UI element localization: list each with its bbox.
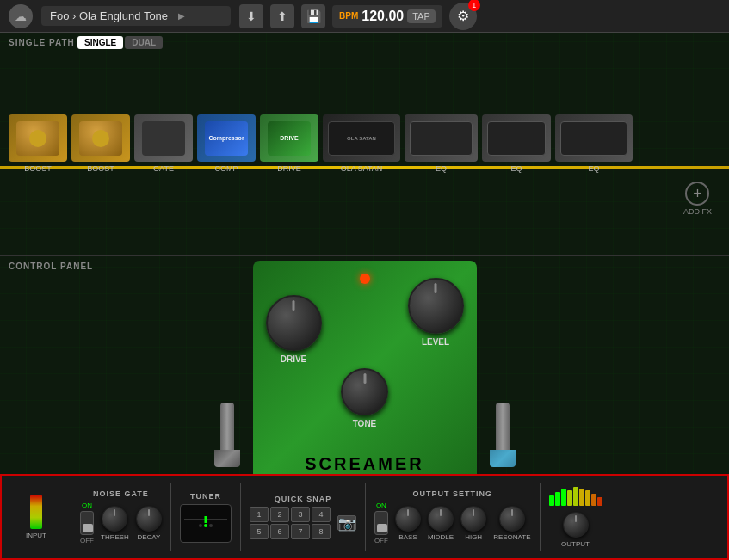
pedal-box-comp: Compressor [197, 114, 256, 162]
add-fx-button[interactable]: + ADD FX [683, 182, 712, 216]
save-button[interactable]: 💾 [301, 4, 325, 28]
snap-btn-8[interactable]: 8 [312, 524, 331, 539]
high-label: HIGH [465, 533, 482, 541]
snap-btn-3[interactable]: 3 [291, 507, 310, 522]
pedal-label-eq-2: EQ [510, 164, 522, 173]
divider-3 [240, 483, 241, 551]
pedal-eq-3[interactable]: EQ [555, 114, 633, 173]
tuner-indicator [204, 516, 207, 523]
cloud-icon[interactable]: ☁ [9, 4, 33, 28]
pedal-eq-1[interactable]: EQ [405, 114, 478, 173]
snap-btn-1[interactable]: 1 [250, 507, 269, 522]
level-knob[interactable] [408, 278, 464, 334]
dual-path-button[interactable]: DUAL [125, 36, 163, 49]
drive-label: DRIVE [281, 354, 307, 364]
output-knob[interactable] [563, 512, 589, 538]
quick-snap-group: QUICK SNAP 1 2 3 4 5 6 7 8 📷 [250, 495, 356, 539]
fx-chain: BOOST BOOST GATE Compressor [9, 114, 633, 173]
pedal-label-drive: DRIVE [277, 164, 301, 173]
divider-5 [540, 483, 541, 551]
main-area: SINGLE PATH SINGLE DUAL BOOST [0, 33, 729, 560]
tuner-display[interactable] [180, 504, 232, 543]
single-path-button[interactable]: SINGLE [77, 36, 123, 49]
drive-knob[interactable] [266, 295, 322, 351]
pedal-comp[interactable]: Compressor COMP [197, 114, 256, 173]
pedal-boost-1[interactable]: BOOST [9, 114, 67, 173]
snap-btn-7[interactable]: 7 [291, 524, 310, 539]
toggle-handle [83, 524, 93, 532]
resonate-label: RESONATE [493, 533, 530, 541]
tap-button[interactable]: TAP [407, 9, 436, 23]
resonate-knob[interactable] [499, 506, 525, 532]
pedal-eq-2[interactable]: EQ [482, 114, 551, 173]
output-setting-controls: ON OFF BASS MIDDLE [374, 502, 531, 545]
snap-btn-4[interactable]: 4 [312, 507, 331, 522]
quick-snap-controls: 1 2 3 4 5 6 7 8 📷 [250, 507, 356, 539]
pedal-box-boost-1 [9, 114, 67, 162]
resonate-knob-col: RESONATE [493, 506, 530, 541]
preset-nav[interactable]: Foo › Ola Englund Tone ▶ [41, 6, 231, 26]
output-vu-meter [549, 487, 602, 506]
settings-badge: 1 [468, 0, 480, 11]
path-buttons: SINGLE DUAL [77, 36, 163, 49]
pedal-box-ola-satan: OLA SATAN [323, 114, 400, 162]
output-toggle[interactable]: ON OFF [374, 502, 388, 545]
share-button[interactable]: ⬆ [270, 4, 294, 28]
top-bar-icons: ⬇ ⬆ 💾 BPM 120.00 TAP ⚙ 1 [239, 3, 477, 30]
cable-right [490, 403, 516, 467]
pedal-drive[interactable]: DRIVE DRIVE [260, 114, 318, 173]
snap-save-icon[interactable]: 📷 [337, 515, 356, 531]
middle-knob[interactable] [428, 506, 454, 532]
download-button[interactable]: ⬇ [239, 4, 263, 28]
bpm-display: BPM 120.00 TAP [332, 5, 442, 28]
drive-knob-container: DRIVE [266, 295, 322, 364]
output-on-label: ON [376, 502, 386, 509]
output-setting-group: OUTPUT SETTING ON OFF BASS [374, 489, 531, 545]
output-section: OUTPUT [549, 487, 602, 548]
toggle-body[interactable] [80, 511, 94, 535]
add-fx-icon: + [685, 182, 709, 206]
pedal-box-eq-2 [482, 114, 551, 162]
decay-label: DECAY [137, 533, 160, 541]
on-label: ON [82, 502, 92, 509]
bass-knob-col: BASS [395, 506, 421, 541]
pedal-led [360, 274, 370, 284]
pedal-name: SCREAMER [305, 454, 423, 474]
main-pedal: DRIVE LEVEL TONE SCREAMER [253, 261, 477, 484]
pedal-label-eq-3: EQ [588, 164, 599, 173]
pedal-ola-satan[interactable]: OLA SATAN OLA SATAN [323, 114, 400, 173]
pedal-boost-2[interactable]: BOOST [71, 114, 130, 173]
output-setting-title: OUTPUT SETTING [412, 489, 492, 498]
middle-label: MIDDLE [428, 533, 454, 541]
output-toggle-body[interactable] [374, 511, 388, 535]
pedal-label-eq-1: EQ [436, 164, 447, 173]
middle-knob-col: MIDDLE [428, 506, 454, 541]
thresh-knob-col: THRESH [101, 506, 129, 541]
input-section: INPUT [10, 495, 62, 539]
noise-gate-toggle[interactable]: ON OFF [80, 502, 94, 545]
output-label: OUTPUT [561, 540, 590, 548]
divider-4 [365, 483, 366, 551]
bass-knob[interactable] [395, 506, 421, 532]
high-knob[interactable] [460, 506, 486, 532]
pedal-label-boost-2: BOOST [87, 164, 114, 173]
pedal-box-drive: DRIVE [260, 114, 318, 162]
snap-btn-2[interactable]: 2 [270, 507, 289, 522]
play-icon[interactable]: ▶ [178, 11, 185, 21]
decay-knob[interactable] [136, 506, 162, 532]
bpm-value[interactable]: 120.00 [361, 9, 404, 24]
settings-button[interactable]: ⚙ 1 [449, 3, 477, 30]
output-toggle-handle [377, 524, 387, 532]
tuner-dots [199, 524, 213, 527]
top-bar: ☁ Foo › Ola Englund Tone ▶ ⬇ ⬆ 💾 BPM 120… [0, 0, 729, 33]
pedal-label-ola-satan: OLA SATAN [341, 164, 383, 173]
thresh-knob[interactable] [102, 506, 127, 532]
tone-knob[interactable] [341, 368, 388, 415]
pedal-label-gate: GATE [153, 164, 174, 173]
bass-label: BASS [398, 533, 417, 541]
pedal-box-gate [134, 114, 193, 162]
fx-section: SINGLE PATH SINGLE DUAL BOOST [0, 33, 729, 256]
snap-btn-5[interactable]: 5 [250, 524, 269, 539]
pedal-gate[interactable]: GATE [134, 114, 193, 173]
snap-btn-6[interactable]: 6 [270, 524, 289, 539]
